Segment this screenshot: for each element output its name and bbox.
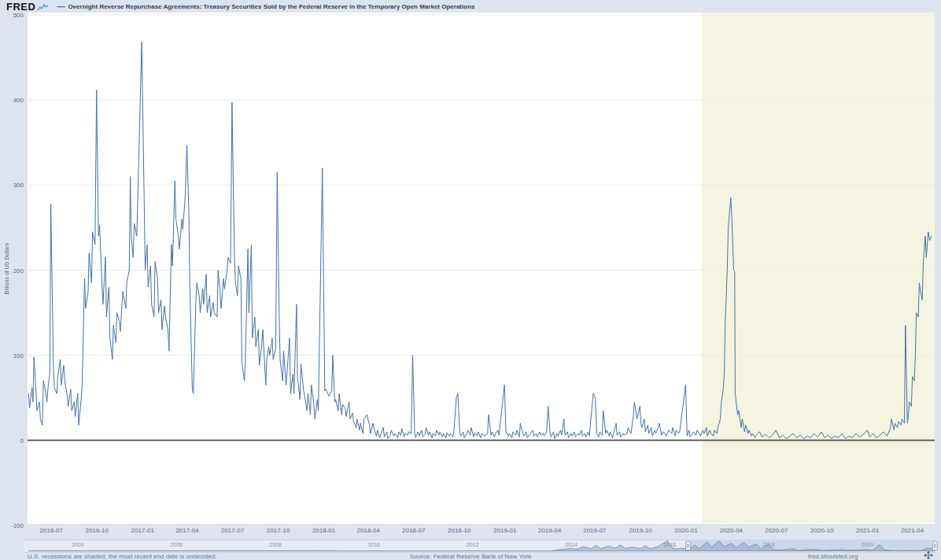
x-tick-label: 2016-10 [79, 527, 114, 534]
navigator-selected-range[interactable] [688, 540, 935, 551]
x-tick-label: 2020-10 [805, 527, 840, 534]
x-tick-label: 2017-07 [216, 527, 250, 534]
navigator-year-label: 2010 [362, 542, 386, 547]
x-tick-label: 2017-04 [170, 527, 205, 534]
x-tick-label: 2021-04 [895, 527, 930, 534]
fred-graph-widget: FRED — Overnight Reverse Repurchase Agre… [0, 0, 941, 560]
x-tick-label: 2016-07 [34, 527, 68, 534]
x-tick-label: 2018-10 [442, 527, 477, 534]
navigator-year-label: 2012 [461, 542, 485, 547]
move-resize-icon[interactable] [924, 551, 933, 559]
navigator-year-label: 2016 [658, 542, 681, 547]
x-tick-label: 2020-01 [669, 527, 703, 534]
navigator-year-label: 2018 [757, 542, 780, 547]
x-tick-label: 2019-01 [488, 527, 522, 534]
x-tick-label: 2019-07 [578, 527, 612, 534]
navigator-year-label: 2020 [855, 542, 879, 547]
y-tick-label: 0 [0, 437, 24, 444]
y-tick-label: 100 [0, 352, 24, 359]
x-tick-label: 2020-07 [759, 527, 794, 534]
x-tick-label: 2018-01 [307, 527, 341, 534]
y-tick-label: 200 [0, 267, 24, 274]
chart-area[interactable] [0, 0, 941, 560]
navigator-year-label: 2008 [264, 542, 287, 547]
navigator-year-label: 2004 [66, 542, 90, 547]
y-tick-label: -100 [0, 522, 24, 529]
x-tick-label: 2021-01 [851, 527, 885, 534]
y-tick-label: 500 [0, 12, 24, 19]
x-tick-label: 2017-10 [261, 527, 296, 534]
x-tick-label: 2019-10 [623, 527, 658, 534]
x-tick-label: 2017-01 [125, 527, 160, 534]
navigator-year-label: 2014 [559, 542, 583, 547]
navigator-left-handle[interactable] [685, 541, 691, 551]
x-tick-label: 2018-04 [351, 527, 386, 534]
source-text: Source: Federal Reserve Bank of New York [0, 553, 941, 560]
x-tick-label: 2020-04 [714, 527, 748, 534]
x-tick-label: 2019-04 [533, 527, 567, 534]
fred-site-link[interactable]: fred.stlouisfed.org [808, 553, 858, 560]
x-tick-label: 2018-07 [397, 527, 431, 534]
navigator-year-label: 2006 [164, 542, 188, 547]
y-tick-label: 400 [0, 97, 24, 104]
y-tick-label: 300 [0, 182, 24, 189]
navigator-right-handle[interactable] [932, 541, 938, 551]
